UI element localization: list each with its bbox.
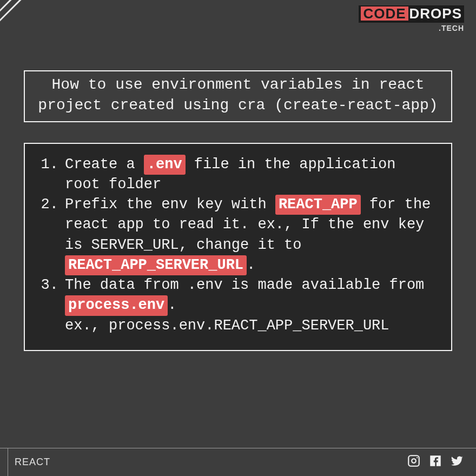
step-item: 1. Create a .env file in the application… <box>37 155 439 195</box>
step-body: The data from .env is made available fro… <box>65 275 439 316</box>
footer-bar: REACT <box>0 448 476 476</box>
step-item: 3. The data from .env is made available … <box>37 275 439 316</box>
code-highlight: REACT_APP <box>275 195 361 215</box>
footer-tag: REACT <box>8 457 60 468</box>
step-number: 1. <box>37 155 65 195</box>
step-subtext: ex., process.env.REACT_APP_SERVER_URL <box>65 316 439 336</box>
brand-part1: CODE <box>361 6 408 21</box>
brand-logo: CODEDROPS .TECH <box>359 5 464 32</box>
step-item: 2. Prefix the env key with REACT_APP for… <box>37 195 439 275</box>
twitter-icon[interactable] <box>450 454 464 471</box>
step-number: 2. <box>37 195 65 275</box>
code-highlight: .env <box>144 155 186 175</box>
step-text: . <box>247 257 255 273</box>
step-text: . <box>168 297 176 313</box>
step-number: 3. <box>37 275 65 316</box>
steps-panel: 1. Create a .env file in the application… <box>24 143 452 351</box>
instagram-icon[interactable] <box>407 454 421 471</box>
facebook-icon[interactable] <box>428 454 442 471</box>
brand-sub: .TECH <box>359 24 464 32</box>
step-text: The data from .env is made available fro… <box>65 277 424 293</box>
page-title: How to use environment variables in reac… <box>24 70 452 122</box>
corner-stripes-decoration <box>0 0 65 65</box>
code-highlight: process.env <box>65 295 168 315</box>
step-body: Create a .env file in the application ro… <box>65 155 439 195</box>
step-body: Prefix the env key with REACT_APP for th… <box>65 195 439 275</box>
step-text: Prefix the env key with <box>65 196 275 213</box>
brand-part2: DROPS <box>408 5 462 22</box>
step-text: Create a <box>65 156 144 173</box>
code-highlight: REACT_APP_SERVER_URL <box>65 255 247 275</box>
